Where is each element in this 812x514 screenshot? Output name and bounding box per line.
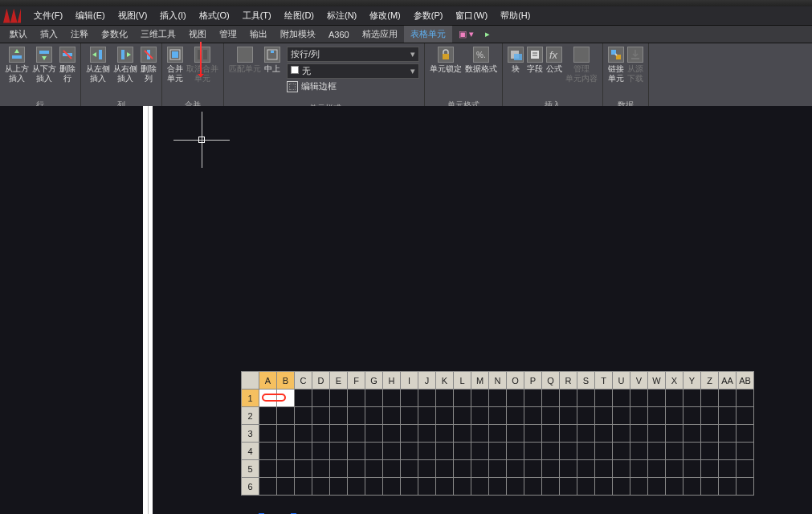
table-cell[interactable] (595, 443, 613, 460)
table-cell[interactable] (719, 390, 737, 407)
table-cell[interactable] (577, 407, 595, 425)
table-cell[interactable] (312, 443, 330, 460)
table-cell[interactable] (471, 460, 489, 478)
table-cell[interactable] (418, 390, 436, 407)
col-header[interactable]: D (312, 372, 330, 390)
row-header[interactable]: 5 (242, 460, 259, 478)
table-cell[interactable] (401, 460, 418, 478)
table-cell[interactable] (507, 443, 524, 460)
table-cell[interactable] (259, 478, 277, 496)
table-cell[interactable] (737, 390, 754, 407)
btn-block[interactable]: 块 (508, 47, 524, 74)
table-cell[interactable] (613, 443, 630, 460)
table-cell[interactable] (401, 390, 418, 407)
table-cell[interactable] (312, 425, 330, 443)
btn-alignment[interactable]: 中上 (264, 47, 280, 74)
table-cell[interactable] (737, 443, 754, 460)
table-cell[interactable] (577, 478, 595, 496)
col-header[interactable]: L (454, 372, 471, 390)
table-cell[interactable] (312, 390, 330, 407)
table-cell[interactable] (666, 478, 683, 496)
table-cell[interactable] (666, 443, 683, 460)
table-cell[interactable] (524, 390, 542, 407)
table-cell[interactable] (365, 478, 383, 496)
table-cell[interactable] (701, 443, 719, 460)
dropdown-cellstyle[interactable]: 无▾ (287, 63, 419, 79)
table-cell[interactable] (401, 478, 418, 496)
table-cell[interactable] (648, 407, 666, 425)
table-cell[interactable] (595, 460, 613, 478)
table-cell[interactable] (719, 478, 737, 496)
table-cell[interactable] (542, 443, 560, 460)
col-header[interactable]: AA (719, 372, 737, 390)
table-cell[interactable] (401, 407, 418, 425)
menu-tools[interactable]: 工具(T) (236, 8, 278, 23)
table-cell[interactable] (365, 443, 383, 460)
menu-draw[interactable]: 绘图(D) (278, 8, 320, 23)
table-cell[interactable] (648, 425, 666, 443)
btn-insert-row-above[interactable]: 从上方 插入 (5, 47, 29, 84)
table-cell[interactable] (436, 390, 454, 407)
table-cell[interactable] (524, 425, 542, 443)
table-cell[interactable] (383, 460, 401, 478)
col-header[interactable]: J (418, 372, 436, 390)
table-object[interactable]: ABCDEFGHIJKLMNOPQRSTUVWXYZAAAB123456 (241, 371, 754, 496)
table-cell[interactable] (295, 478, 312, 496)
table-cell[interactable] (577, 390, 595, 407)
table-cell[interactable] (277, 425, 295, 443)
table-cell[interactable] (648, 478, 666, 496)
table-cell[interactable] (365, 425, 383, 443)
table-cell[interactable] (666, 460, 683, 478)
tab-addins[interactable]: 附加模块 (274, 26, 322, 43)
table-cell[interactable] (330, 443, 348, 460)
tab-annotate[interactable]: 注释 (64, 26, 95, 43)
table-cell[interactable] (436, 425, 454, 443)
table-cell[interactable] (666, 425, 683, 443)
table-cell[interactable] (577, 425, 595, 443)
col-header[interactable]: H (383, 372, 401, 390)
table-cell[interactable] (365, 407, 383, 425)
table-cell[interactable] (542, 478, 560, 496)
table-cell[interactable] (348, 460, 365, 478)
table-cell[interactable] (683, 390, 701, 407)
table-cell[interactable] (365, 390, 383, 407)
col-header[interactable]: G (365, 372, 383, 390)
table-cell[interactable] (560, 425, 577, 443)
table-cell[interactable] (295, 407, 312, 425)
btn-insert-row-below[interactable]: 从下方 插入 (32, 47, 56, 84)
table-cell[interactable] (560, 407, 577, 425)
btn-insert-col-right[interactable]: 从右侧 插入 (113, 47, 137, 84)
table-cell[interactable] (277, 478, 295, 496)
table-cell[interactable] (595, 407, 613, 425)
table-cell[interactable] (401, 425, 418, 443)
table-cell[interactable] (613, 390, 630, 407)
table-cell[interactable] (471, 407, 489, 425)
table-cell[interactable] (312, 478, 330, 496)
viewport-label[interactable]: [-][俯视][二维线框] (3, 111, 74, 123)
btn-data-format[interactable]: %.数据格式 (465, 47, 497, 74)
btn-field[interactable]: 字段 (527, 47, 543, 74)
table-cell[interactable] (542, 425, 560, 443)
table-cell[interactable] (436, 443, 454, 460)
row-header[interactable]: 2 (242, 407, 259, 425)
table-cell[interactable] (295, 443, 312, 460)
table-cell[interactable] (489, 443, 507, 460)
table-cell[interactable] (648, 460, 666, 478)
menu-format[interactable]: 格式(O) (193, 8, 236, 23)
table-cell[interactable] (471, 425, 489, 443)
col-header[interactable]: AB (737, 372, 754, 390)
table-cell[interactable] (348, 425, 365, 443)
table-cell[interactable] (542, 460, 560, 478)
drawing-area[interactable]: [-][俯视][二维线框] ABCDEFGHIJKLMNOPQRSTUVWXYZ… (0, 106, 812, 514)
table-cell[interactable] (489, 390, 507, 407)
tab-view[interactable]: 视图 (182, 26, 213, 43)
table-cell[interactable] (330, 390, 348, 407)
table-cell[interactable] (312, 407, 330, 425)
table-cell[interactable] (348, 390, 365, 407)
tab-3dtools[interactable]: 三维工具 (134, 26, 182, 43)
table-cell[interactable] (595, 478, 613, 496)
table-cell[interactable] (383, 390, 401, 407)
table-cell[interactable] (560, 460, 577, 478)
col-header[interactable]: M (471, 372, 489, 390)
table-cell[interactable] (595, 390, 613, 407)
